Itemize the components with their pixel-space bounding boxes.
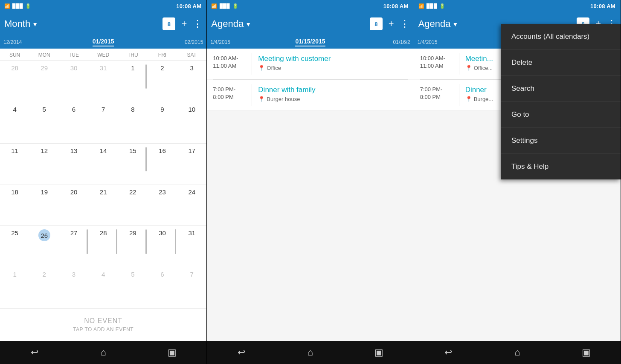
cal-cell[interactable]: 8	[118, 102, 148, 143]
cal-cell[interactable]: 14	[89, 144, 118, 185]
view-title-2[interactable]: Agenda ▼	[211, 18, 369, 29]
status-bar-1: 📶 ▉▉▉ 🔋 10:08 AM	[0, 0, 206, 12]
add-event-btn-1[interactable]: +	[181, 18, 187, 29]
cal-cell[interactable]: 30	[148, 226, 177, 267]
cal-cell[interactable]: 15	[118, 144, 148, 185]
time-end-3: 11:00 AM	[420, 63, 444, 69]
cal-cell[interactable]: 28	[0, 61, 29, 102]
cal-cell[interactable]: 1	[118, 61, 148, 102]
day-fri: FRI	[148, 49, 177, 61]
cal-cell[interactable]: 3	[59, 267, 88, 308]
day-thu: THU	[118, 49, 148, 61]
home-btn-1[interactable]: ⌂	[95, 344, 112, 361]
more-options-btn-1[interactable]: ⋮	[193, 18, 202, 29]
cal-cell[interactable]: 7	[89, 102, 118, 143]
cal-cell[interactable]: 6	[148, 267, 177, 308]
location-pin-icon-3: 📍	[465, 65, 472, 71]
cal-cell[interactable]: 24	[177, 185, 206, 226]
cal-cell[interactable]: 22	[118, 185, 148, 226]
cal-cell[interactable]: 2	[29, 267, 59, 308]
day-tue: TUE	[59, 49, 88, 61]
status-icons-3: 📶 ▉▉▉ 🔋	[418, 3, 446, 9]
date-nav-prev-1: 12/2014	[3, 39, 22, 45]
panel-agenda-menu: 📶 ▉▉▉ 🔋 10:08 AM Agenda ▼ 8 + ⋮ 1/4/2015…	[414, 0, 621, 364]
cal-cell-selected[interactable]: 26	[29, 226, 59, 267]
menu-item-tips[interactable]: Tips & Help	[501, 154, 621, 179]
add-event-btn-2[interactable]: +	[389, 18, 394, 29]
home-btn-3[interactable]: ⌂	[509, 344, 526, 361]
cal-cell[interactable]: 30	[59, 61, 88, 102]
menu-item-accounts[interactable]: Accounts (All calendars)	[501, 24, 621, 50]
cal-body: 28 29 30 31 1 2 3 4 5 6 7 8 9 10 11 12	[0, 61, 206, 309]
status-icons-2: 📶 ▉▉▉ 🔋	[211, 3, 238, 9]
cal-cell[interactable]: 19	[29, 185, 59, 226]
menu-item-goto[interactable]: Go to	[501, 102, 621, 128]
cal-cell[interactable]: 18	[0, 185, 29, 226]
recents-btn-3[interactable]: ▣	[577, 344, 595, 361]
no-event-section[interactable]: NO EVENT TAP TO ADD AN EVENT	[0, 309, 206, 341]
agenda-item-2[interactable]: 7:00 PM- 8:00 PM Dinner with family 📍 Bu…	[207, 80, 413, 110]
cal-cell[interactable]: 29	[29, 61, 59, 102]
cal-header: SUN MON TUE WED THU FRI SAT	[0, 49, 206, 61]
menu-item-delete[interactable]: Delete	[501, 50, 621, 76]
date-nav-current-1: 01/2015	[93, 38, 114, 46]
cal-cell[interactable]: 13	[59, 144, 88, 185]
day-sun: SUN	[0, 49, 29, 61]
cal-cell[interactable]: 29	[118, 226, 148, 267]
recents-btn-2[interactable]: ▣	[371, 344, 388, 361]
cal-cell[interactable]: 6	[59, 102, 88, 143]
agenda-item-1[interactable]: 10:00 AM- 11:00 AM Meeting with customer…	[207, 49, 413, 79]
calendar-date-btn-1[interactable]: 8	[163, 17, 175, 30]
cal-cell[interactable]: 5	[118, 267, 148, 308]
location-pin-icon-4: 📍	[465, 96, 472, 102]
recents-btn-1[interactable]: ▣	[164, 344, 181, 361]
cal-cell[interactable]: 7	[177, 267, 206, 308]
signal-icon-2: ▉▉▉	[220, 3, 230, 9]
agenda-event-2[interactable]: Dinner with family 📍 Burger house	[252, 80, 413, 110]
time-start-4: 7:00 PM-	[420, 86, 443, 92]
cal-cell[interactable]: 31	[177, 226, 206, 267]
back-btn-3[interactable]: ↩	[440, 344, 457, 361]
cal-cell[interactable]: 4	[89, 267, 118, 308]
cal-week-4: 18 19 20 21 22 23 24	[0, 185, 206, 226]
cal-cell[interactable]: 31	[89, 61, 118, 102]
location-pin-icon-1: 📍	[258, 65, 265, 71]
cal-cell[interactable]: 3	[177, 61, 206, 102]
cal-cell[interactable]: 1	[0, 267, 29, 308]
wifi-icon-2: 📶	[211, 3, 217, 9]
cal-cell[interactable]: 9	[148, 102, 177, 143]
cal-cell[interactable]: 2	[148, 61, 177, 102]
cal-cell[interactable]: 11	[0, 144, 29, 185]
cal-cell[interactable]: 5	[29, 102, 59, 143]
wifi-icon: 📶	[4, 3, 10, 9]
view-title-1[interactable]: Month ▼	[4, 18, 163, 29]
calendar-date-btn-2[interactable]: 8	[370, 17, 383, 30]
no-event-sublabel: TAP TO ADD AN EVENT	[0, 326, 206, 332]
agenda-event-1[interactable]: Meeting with customer 📍 Office	[252, 49, 413, 79]
cal-cell[interactable]: 23	[148, 185, 177, 226]
dropdown-arrow-2: ▼	[245, 21, 251, 28]
status-time-2: 10:08 AM	[383, 3, 409, 9]
back-btn-1[interactable]: ↩	[26, 344, 43, 361]
battery-icon-2: 🔋	[232, 3, 238, 9]
cal-cell[interactable]: 17	[177, 144, 206, 185]
menu-item-settings[interactable]: Settings	[501, 128, 621, 154]
cal-week-1: 28 29 30 31 1 2 3	[0, 61, 206, 102]
cal-cell[interactable]: 21	[89, 185, 118, 226]
toolbar-actions-1: 8 + ⋮	[163, 17, 202, 30]
location-text-4: Burge...	[474, 96, 493, 102]
cal-cell[interactable]: 12	[29, 144, 59, 185]
home-btn-2[interactable]: ⌂	[302, 344, 319, 361]
menu-item-search[interactable]: Search	[501, 76, 621, 102]
cal-cell[interactable]: 25	[0, 226, 29, 267]
more-options-btn-2[interactable]: ⋮	[400, 18, 409, 29]
cal-cell[interactable]: 20	[59, 185, 88, 226]
back-btn-2[interactable]: ↩	[233, 344, 250, 361]
status-icons-1: 📶 ▉▉▉ 🔋	[4, 3, 32, 9]
bottom-nav-2: ↩ ⌂ ▣	[207, 341, 413, 364]
cal-cell[interactable]: 10	[177, 102, 206, 143]
cal-cell[interactable]: 27	[59, 226, 88, 267]
cal-cell[interactable]: 16	[148, 144, 177, 185]
cal-cell[interactable]: 4	[0, 102, 29, 143]
cal-cell[interactable]: 28	[89, 226, 118, 267]
